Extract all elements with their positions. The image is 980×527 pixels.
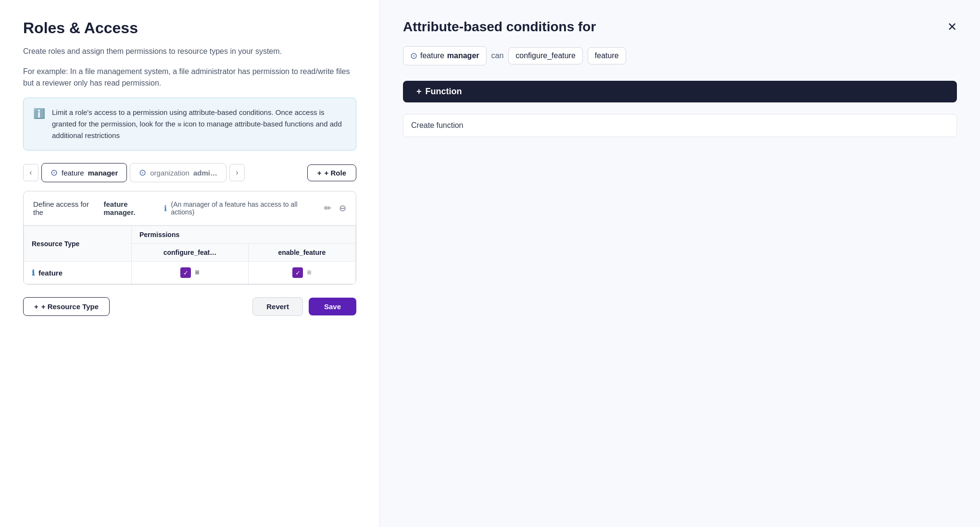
perm-col-2-header: enable_feature	[248, 244, 355, 262]
tab-prev-button[interactable]: ‹	[23, 164, 38, 181]
perm-cell-1[interactable]: ✓ ≡	[132, 262, 249, 284]
remove-role-button[interactable]: ⊖	[339, 203, 346, 213]
role-tab-icon-2: ⊙	[139, 167, 146, 178]
role-tab-prefix-2: organization	[150, 169, 189, 177]
info-circle-icon: ℹ️	[33, 108, 45, 119]
resource-name: feature	[38, 269, 63, 277]
filter-enable-icon[interactable]: ≡	[307, 268, 311, 277]
checkbox-enable-feature[interactable]: ✓	[292, 267, 303, 278]
close-button[interactable]: ✕	[947, 20, 957, 34]
subject-chip-bold: manager	[447, 51, 479, 60]
function-label: Function	[426, 87, 462, 97]
page-subtitle-2: For example: In a file management system…	[23, 66, 356, 89]
function-button[interactable]: + Function	[403, 81, 957, 102]
subject-chip-icon: ⊙	[410, 50, 417, 61]
save-button[interactable]: Save	[309, 298, 356, 315]
access-description: (An manager of a feature has access to a…	[171, 201, 320, 216]
permission-chip: configure_feature	[508, 47, 583, 64]
permissions-group-header: Permissions	[132, 226, 356, 244]
add-resource-type-button[interactable]: + + Resource Type	[23, 297, 110, 316]
page-title: Roles & Access	[23, 19, 356, 37]
info-box: ℹ️ Limit a role's access to a permission…	[23, 98, 356, 151]
right-panel-header: Attribute-based conditions for ✕	[403, 19, 957, 35]
tab-next-button[interactable]: ›	[229, 164, 245, 181]
bottom-actions: + + Resource Type Revert Save	[23, 297, 356, 316]
checkbox-configure-feature[interactable]: ✓	[180, 267, 191, 278]
add-role-plus-icon: +	[317, 169, 322, 177]
subject-chip-prefix: feature	[420, 51, 444, 60]
right-panel-title: Attribute-based conditions for	[403, 19, 596, 35]
add-role-button[interactable]: + + Role	[307, 164, 356, 181]
role-tab-bold-1: manager	[88, 169, 118, 177]
resource-cell: ℹ feature	[24, 262, 132, 284]
function-plus-icon: +	[416, 87, 422, 97]
filter-configure-icon[interactable]: ≡	[195, 268, 199, 277]
perm-col-1-header: configure_feat…	[132, 244, 249, 262]
add-resource-plus-icon: +	[34, 302, 38, 311]
role-tab-feature-manager[interactable]: ⊙ feature manager	[41, 163, 127, 182]
table-row: ℹ feature ✓ ≡ ✓ ≡	[24, 262, 356, 284]
info-box-text: Limit a role's access to a permission us…	[52, 107, 346, 141]
role-access-header: Define access for the feature manager. ℹ…	[24, 191, 356, 226]
role-access-panel: Define access for the feature manager. ℹ…	[23, 191, 356, 285]
left-panel: Roles & Access Create roles and assign t…	[0, 0, 380, 527]
access-info-icon: ℹ	[164, 204, 167, 213]
condition-row: ⊙ feature manager can configure_feature …	[403, 46, 957, 65]
right-panel: Attribute-based conditions for ✕ ⊙ featu…	[380, 0, 980, 527]
role-tab-prefix-1: feature	[62, 169, 84, 177]
create-function-item[interactable]: Create function	[403, 114, 957, 137]
filter-icon-inline: ≡	[177, 119, 181, 130]
add-role-label: + Role	[325, 169, 346, 177]
add-resource-label: + Resource Type	[41, 302, 99, 311]
perm-cell-2[interactable]: ✓ ≡	[248, 262, 355, 284]
can-label: can	[491, 51, 504, 60]
revert-button[interactable]: Revert	[252, 297, 303, 316]
role-tab-bold-2: admi…	[193, 169, 217, 177]
subject-chip: ⊙ feature manager	[403, 46, 487, 65]
roles-tab-bar: ‹ ⊙ feature manager ⊙ organization admi……	[23, 163, 356, 182]
role-tab-icon-1: ⊙	[50, 167, 58, 178]
resource-info-icon: ℹ	[32, 268, 35, 277]
permissions-table: Resource Type Permissions configure_feat…	[24, 226, 356, 284]
resource-chip: feature	[588, 47, 626, 64]
edit-role-button[interactable]: ✏	[324, 203, 331, 213]
role-tab-org-admin[interactable]: ⊙ organization admi…	[130, 163, 226, 182]
resource-type-header: Resource Type	[24, 226, 132, 262]
access-role-name: feature manager.	[103, 200, 160, 216]
page-subtitle-1: Create roles and assign them permissions…	[23, 46, 356, 57]
define-label: Define access for the	[33, 200, 100, 216]
